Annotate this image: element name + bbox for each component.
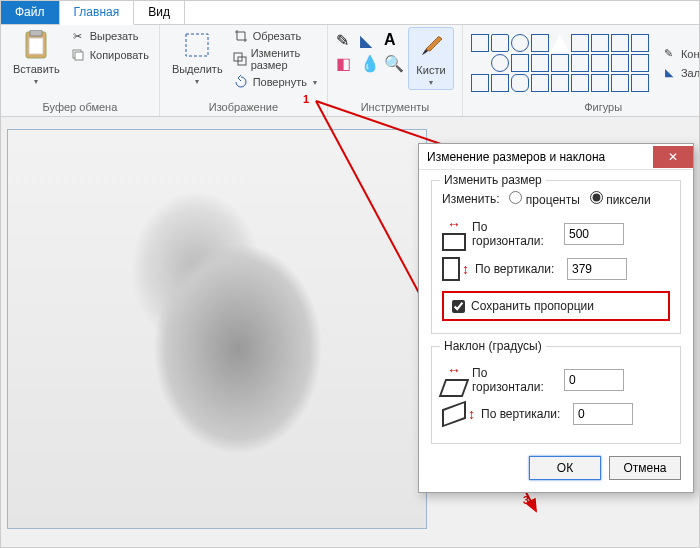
- chevron-down-icon: ▾: [34, 77, 38, 86]
- skew-fieldset: Наклон (градусы) ↔ По горизонтали: ↕ По …: [431, 346, 681, 444]
- skew-h-icon: [439, 379, 470, 397]
- group-shapes: ✎Контур▾ ◣Заливка▾ Фигуры: [463, 25, 700, 116]
- chevron-down-icon: ▾: [429, 78, 433, 87]
- selection-icon: [181, 29, 213, 61]
- resize-icon: [233, 51, 247, 67]
- close-button[interactable]: ✕: [653, 146, 693, 168]
- group-clipboard: Вставить ▾ ✂Вырезать Копировать Буфер об…: [1, 25, 160, 116]
- cut-button[interactable]: ✂Вырезать: [68, 27, 151, 45]
- rotate-button[interactable]: Повернуть▾: [231, 73, 319, 91]
- bucket-icon: ◣: [661, 65, 677, 81]
- pencil-icon[interactable]: ✎: [336, 31, 356, 50]
- paste-button[interactable]: Вставить ▾: [9, 27, 64, 88]
- shapes-gallery[interactable]: [471, 34, 649, 92]
- group-tools: ✎ ◣ A ◧ 💧 🔍 Кисти ▾ Инструменты: [328, 25, 463, 116]
- arrow-vertical-icon: ↕: [462, 262, 469, 276]
- resize-fieldset: Изменить размер Изменить: проценты пиксе…: [431, 180, 681, 334]
- skew-legend: Наклон (градусы): [440, 339, 546, 353]
- cancel-button[interactable]: Отмена: [609, 456, 681, 480]
- shape-fill-button[interactable]: ◣Заливка▾: [659, 64, 700, 82]
- resize-horizontal-input[interactable]: [564, 223, 624, 245]
- eraser-icon[interactable]: ◧: [336, 54, 356, 73]
- skew-vertical-input[interactable]: [573, 403, 633, 425]
- svg-rect-4: [75, 52, 83, 60]
- svg-rect-5: [186, 34, 208, 56]
- group-image-label: Изображение: [209, 99, 278, 116]
- skew-h-label: По горизонтали:: [472, 366, 558, 394]
- rotate-icon: [233, 74, 249, 90]
- fill-icon[interactable]: ◣: [360, 31, 380, 50]
- canvas-image[interactable]: [7, 129, 427, 529]
- svg-rect-1: [30, 30, 42, 36]
- arrow-horizontal-icon: ↔: [447, 363, 461, 377]
- select-button[interactable]: Выделить ▾: [168, 27, 227, 88]
- tab-home[interactable]: Главная: [60, 1, 135, 25]
- skew-horizontal-input[interactable]: [564, 369, 624, 391]
- outline-icon: ✎: [661, 46, 677, 62]
- radio-pixels[interactable]: пиксели: [590, 191, 651, 207]
- group-tools-label: Инструменты: [361, 99, 430, 116]
- vertical-icon: [442, 257, 460, 281]
- resize-button[interactable]: Изменить размер: [231, 46, 319, 72]
- clipboard-icon: [20, 29, 52, 61]
- paste-label: Вставить: [13, 63, 60, 75]
- copy-icon: [70, 47, 86, 63]
- annotation-3: 3: [523, 494, 529, 506]
- tab-file[interactable]: Файл: [1, 1, 60, 24]
- resize-skew-dialog: Изменение размеров и наклона ✕ Изменить …: [418, 143, 694, 493]
- skew-v-label: По вертикали:: [481, 407, 567, 421]
- keep-ratio-checkbox[interactable]: [452, 300, 465, 313]
- dialog-title: Изменение размеров и наклона: [427, 150, 605, 164]
- crop-icon: [233, 28, 249, 44]
- annotation-1: 1: [303, 93, 309, 105]
- arrow-vertical-icon: ↕: [468, 407, 475, 421]
- group-shapes-label: Фигуры: [584, 99, 622, 116]
- scissors-icon: ✂: [70, 28, 86, 44]
- svg-rect-2: [29, 38, 43, 54]
- ribbon: Вставить ▾ ✂Вырезать Копировать Буфер об…: [1, 25, 699, 117]
- text-icon[interactable]: A: [384, 31, 404, 50]
- resize-by-label: Изменить:: [442, 192, 499, 206]
- chevron-down-icon: ▾: [195, 77, 199, 86]
- close-icon: ✕: [668, 150, 678, 164]
- zoom-icon[interactable]: 🔍: [384, 54, 404, 73]
- resize-vertical-input[interactable]: [567, 258, 627, 280]
- brush-icon: [415, 30, 447, 62]
- resize-h-label: По горизонтали:: [472, 220, 558, 248]
- radio-percent[interactable]: проценты: [509, 191, 579, 207]
- crop-button[interactable]: Обрезать: [231, 27, 319, 45]
- tab-view[interactable]: Вид: [134, 1, 185, 24]
- shape-outline-button[interactable]: ✎Контур▾: [659, 45, 700, 63]
- resize-v-label: По вертикали:: [475, 262, 561, 276]
- ribbon-tabs: Файл Главная Вид: [1, 1, 699, 25]
- arrow-horizontal-icon: ↔: [447, 217, 461, 231]
- skew-v-icon: [442, 401, 466, 428]
- copy-button[interactable]: Копировать: [68, 46, 151, 64]
- picker-icon[interactable]: 💧: [360, 54, 380, 73]
- horizontal-icon: [442, 233, 466, 251]
- resize-legend: Изменить размер: [440, 173, 546, 187]
- group-clipboard-label: Буфер обмена: [43, 99, 118, 116]
- ok-button[interactable]: ОК: [529, 456, 601, 480]
- dialog-titlebar: Изменение размеров и наклона ✕: [419, 144, 693, 170]
- keep-ratio-label: Сохранить пропорции: [471, 299, 594, 313]
- brushes-button[interactable]: Кисти ▾: [408, 27, 454, 90]
